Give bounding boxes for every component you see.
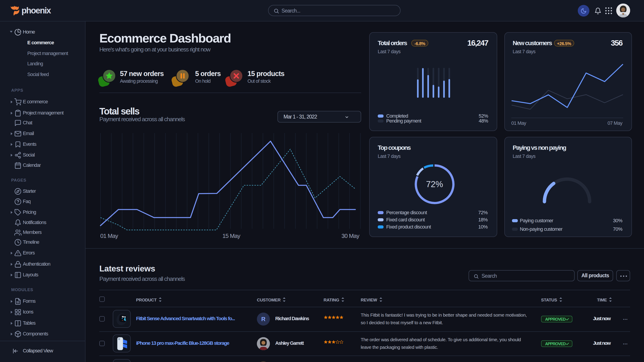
svg-text:72%: 72% — [426, 180, 443, 189]
